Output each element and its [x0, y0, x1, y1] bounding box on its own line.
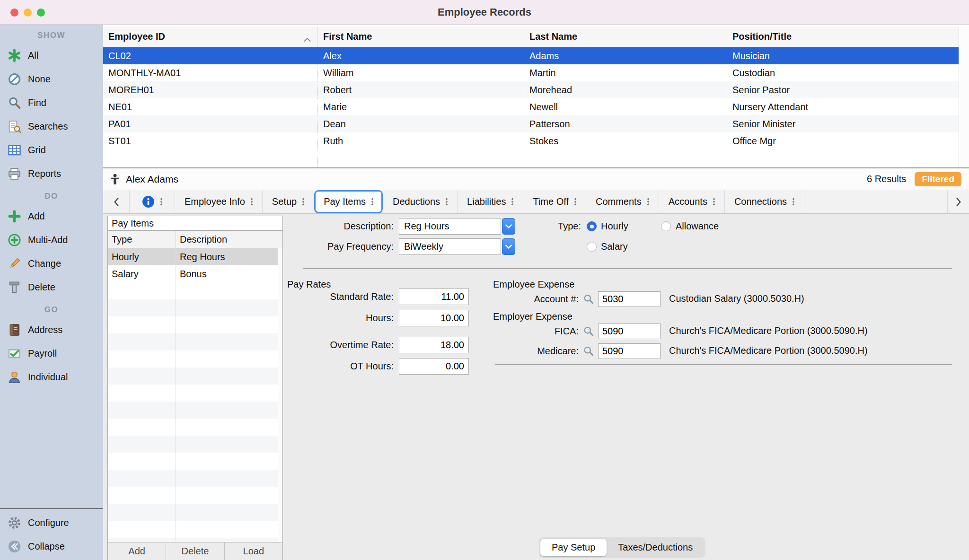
table-row[interactable]: MOREH01 Robert Morehead Senior Pastor	[103, 81, 959, 98]
tabs-scroll-left-button[interactable]	[103, 190, 130, 213]
account-number-field[interactable]	[598, 291, 661, 307]
pay-frequency-combo[interactable]: BiWeekly	[399, 238, 501, 255]
pay-item-empty-row	[108, 316, 282, 333]
record-table-header: Employee ID First Name Last Name Positio…	[103, 26, 959, 47]
sidebar-item-reports[interactable]: Reports	[0, 162, 103, 185]
table-row[interactable]: CL02 Alex Adams Musician	[103, 47, 959, 64]
magnifier-icon	[8, 96, 21, 110]
section-divider	[495, 364, 952, 365]
sidebar-item-change[interactable]: Change	[0, 252, 103, 275]
sort-ascending-icon	[304, 34, 311, 38]
minimize-button[interactable]	[24, 9, 32, 17]
tab-menu-dots-icon[interactable]	[446, 198, 448, 206]
account-lookup-icon[interactable]	[582, 293, 595, 306]
table-row[interactable]: MONTHLY-MA01 William Martin Custodian	[103, 64, 959, 81]
fica-lookup-icon[interactable]	[582, 325, 595, 338]
pay-frequency-dropdown-button[interactable]	[502, 238, 515, 255]
type-salary-radio[interactable]	[587, 242, 597, 252]
tab-info[interactable]	[130, 190, 175, 213]
table-row[interactable]: NE01 Marie Newell Nursery Attendant	[103, 98, 959, 115]
tab-employee-info[interactable]: Employee Info	[175, 190, 263, 213]
tab-menu-dots-icon[interactable]	[511, 198, 513, 206]
tab-menu-dots-icon[interactable]	[371, 198, 373, 206]
tab-comments[interactable]: Comments	[586, 190, 659, 213]
cell-last-name: Martin	[524, 64, 727, 81]
medicare-label: Medicare:	[485, 343, 579, 359]
sidebar-item-multi-add[interactable]: Multi-Add	[0, 228, 103, 252]
cell-first-name: Robert	[318, 81, 524, 98]
filtered-badge[interactable]: Filtered	[915, 172, 961, 186]
load-pay-item-button[interactable]: Load	[225, 542, 282, 560]
description-dropdown-button[interactable]	[502, 218, 515, 235]
tab-setup[interactable]: Setup	[263, 190, 314, 213]
cell-employee-id: CL02	[103, 47, 318, 64]
pay-items-column-headers: Type Description	[108, 231, 282, 248]
sidebar-section-go: GO	[0, 299, 103, 318]
sidebar-item-collapse[interactable]: Collapse	[0, 534, 103, 558]
sidebar-item-payroll[interactable]: Payroll	[0, 341, 103, 365]
tab-time-off[interactable]: Time Off	[523, 190, 586, 213]
sidebar-item-find[interactable]: Find	[0, 91, 103, 114]
column-header-employee-id[interactable]: Employee ID	[103, 26, 318, 47]
record-table-scrollbar[interactable]	[959, 26, 969, 167]
sidebar-item-individual[interactable]: Individual	[0, 365, 103, 389]
tab-connections[interactable]: Connections	[725, 190, 804, 213]
sidebar-item-address[interactable]: Address	[0, 318, 103, 341]
tab-menu-dots-icon[interactable]	[160, 198, 162, 206]
pay-setup-tab[interactable]: Pay Setup	[540, 539, 607, 556]
zoom-button[interactable]	[37, 9, 45, 17]
tab-menu-dots-icon[interactable]	[713, 198, 715, 206]
table-row[interactable]: PA01 Dean Patterson Senior Minister	[103, 115, 959, 132]
tab-liabilities[interactable]: Liabilities	[458, 190, 523, 213]
pay-item-empty-row	[108, 453, 282, 470]
sidebar-item-configure[interactable]: Configure	[0, 511, 103, 534]
sidebar-item-none[interactable]: None	[0, 67, 103, 91]
fica-account-field[interactable]	[598, 324, 661, 339]
medicare-account-field[interactable]	[598, 343, 661, 359]
none-icon	[8, 72, 21, 86]
taxes-deductions-tab[interactable]: Taxes/Deductions	[607, 539, 704, 556]
tabs-scroll-right-button[interactable]	[947, 190, 969, 213]
pay-items-scrollbar[interactable]	[278, 248, 282, 542]
sidebar-item-grid[interactable]: Grid	[0, 138, 103, 162]
pay-item-row[interactable]: Hourly Reg Hours	[108, 248, 282, 265]
medicare-lookup-icon[interactable]	[582, 345, 595, 358]
hours-field[interactable]	[399, 310, 469, 326]
cell-position: Nursery Attendant	[727, 98, 959, 115]
table-row[interactable]: ST01 Ruth Stokes Office Mgr	[103, 132, 959, 149]
person-figure-icon	[109, 173, 121, 185]
standard-rate-field[interactable]	[399, 289, 469, 305]
cell-employee-id: PA01	[103, 115, 318, 132]
cell-description: Reg Hours	[176, 248, 282, 265]
printer-icon	[8, 167, 21, 181]
sidebar-item-all[interactable]: All	[0, 44, 103, 67]
overtime-rate-label: Overtime Rate:	[283, 337, 394, 353]
type-allowance-radio[interactable]	[661, 221, 671, 231]
cell-last-name: Morehead	[524, 81, 727, 98]
sidebar-item-add[interactable]: Add	[0, 204, 103, 228]
sidebar-item-searches[interactable]: Searches	[0, 114, 103, 138]
tab-menu-dots-icon[interactable]	[251, 198, 253, 206]
tab-deductions[interactable]: Deductions	[383, 190, 458, 213]
description-combo[interactable]: Reg Hours	[399, 218, 501, 235]
column-header-position-title[interactable]: Position/Title	[727, 26, 959, 47]
tab-accounts[interactable]: Accounts	[659, 190, 725, 213]
add-pay-item-button[interactable]: Add	[108, 542, 166, 560]
type-hourly-radio[interactable]	[587, 221, 597, 231]
column-header-last-name[interactable]: Last Name	[524, 26, 727, 47]
sidebar-footer: Configure Collapse	[0, 508, 103, 558]
record-table: Employee ID First Name Last Name Positio…	[103, 26, 969, 168]
pay-item-row[interactable]: Salary Bonus	[108, 265, 282, 282]
ot-hours-field[interactable]	[399, 358, 469, 375]
sidebar-item-delete[interactable]: Delete	[0, 275, 103, 299]
close-button[interactable]	[10, 9, 18, 17]
column-header-first-name[interactable]: First Name	[318, 26, 524, 47]
tab-pay-items[interactable]: Pay Items	[314, 190, 383, 213]
delete-pay-item-button[interactable]: Delete	[166, 542, 224, 560]
overtime-rate-field[interactable]	[399, 337, 469, 353]
tab-menu-dots-icon[interactable]	[793, 198, 794, 206]
tab-menu-dots-icon[interactable]	[647, 198, 649, 206]
tab-menu-dots-icon[interactable]	[302, 198, 304, 206]
tab-menu-dots-icon[interactable]	[574, 198, 576, 206]
cell-last-name: Newell	[524, 98, 727, 115]
